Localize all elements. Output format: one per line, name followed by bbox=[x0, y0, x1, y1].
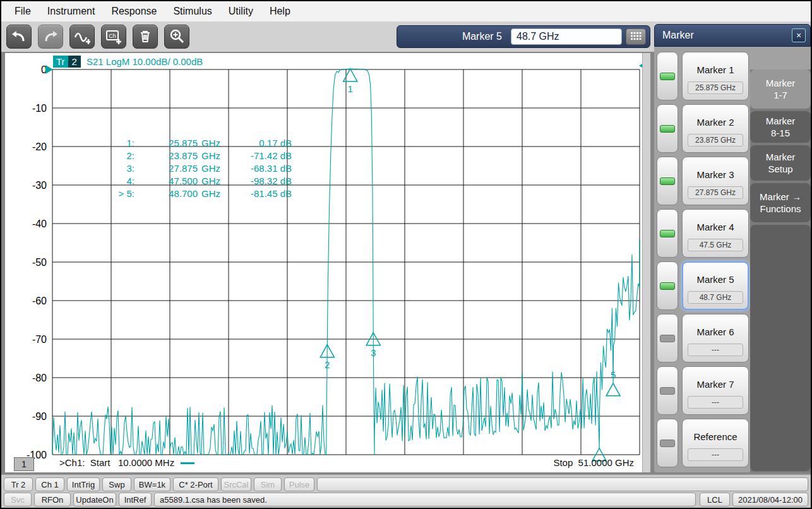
close-button[interactable]: × bbox=[792, 28, 806, 42]
menu-instrument[interactable]: Instrument bbox=[39, 1, 104, 21]
marker-readout-row: 3: 27.875 GHz -68.31 dB bbox=[90, 162, 292, 175]
marker-frequency: 25.875 bbox=[134, 137, 198, 150]
marker-5-led-button[interactable] bbox=[657, 261, 678, 310]
marker-button-label: Marker 2 bbox=[683, 117, 748, 128]
y-tick-label: -70 bbox=[32, 334, 47, 345]
plot-scrollbar[interactable] bbox=[642, 53, 650, 472]
marker-number: 3: bbox=[90, 162, 134, 175]
stimulus-stop-label[interactable]: Stop 51.0000 GHz bbox=[553, 457, 634, 468]
status-trace-button[interactable]: Tr 2 bbox=[4, 477, 33, 491]
y-tick-label: -60 bbox=[32, 296, 47, 306]
marker-symbol-1[interactable]: 1 bbox=[343, 69, 357, 94]
stimulus-start-label[interactable]: >Ch1: Start 10.0000 MHz bbox=[59, 457, 194, 468]
marker-2-button[interactable]: Marker 2 23.875 GHz bbox=[682, 104, 749, 153]
marker-symbol-5[interactable]: 5 bbox=[606, 369, 620, 396]
chart-canvas: 0-10-20-30-40-50-60-70-80-90-1001235 bbox=[5, 53, 650, 472]
marker-frequency-unit: GHz bbox=[198, 162, 236, 175]
y-tick-label: -90 bbox=[32, 411, 47, 422]
marker-row-2: Marker 2 23.875 GHz bbox=[657, 104, 749, 153]
marker-1-led-button[interactable] bbox=[657, 52, 678, 100]
led-on-icon bbox=[660, 230, 675, 237]
marker-entry-bar: Marker 5 bbox=[397, 25, 650, 48]
y-tick-label: -50 bbox=[32, 257, 47, 268]
status-channel-button[interactable]: Ch 1 bbox=[35, 477, 64, 491]
tab-marker-8-15[interactable]: Marker 8-15 bbox=[750, 111, 811, 143]
status-sweep-button[interactable]: Swp bbox=[102, 477, 131, 491]
zoom-button[interactable] bbox=[164, 25, 189, 49]
keypad-button[interactable] bbox=[626, 28, 646, 45]
marker-frequency: 23.875 bbox=[134, 150, 198, 162]
menu-file[interactable]: File bbox=[6, 1, 39, 21]
tab-marker-1-7[interactable]: Marker 1-7 bbox=[750, 69, 811, 109]
menu-help[interactable]: Help bbox=[261, 1, 299, 21]
marker-5-button[interactable]: Marker 5 48.7 GHz bbox=[682, 261, 749, 310]
marker-button-value: --- bbox=[688, 448, 743, 461]
reference-level-arrow-left[interactable] bbox=[45, 65, 53, 74]
status-message: a5589.1.csa has been saved. bbox=[154, 493, 696, 506]
marker-3-button[interactable]: Marker 3 27.875 GHz bbox=[682, 157, 749, 205]
marker-symbol-label: 5 bbox=[611, 369, 616, 380]
clock-display: 2021/08/04-12:00 bbox=[732, 493, 808, 506]
marker-7-button[interactable]: Marker 7 --- bbox=[682, 366, 749, 415]
y-tick-label: -40 bbox=[32, 219, 47, 229]
marker-frequency-unit: GHz bbox=[198, 150, 236, 162]
marker-entry-label: Marker 5 bbox=[397, 31, 511, 42]
delete-button[interactable] bbox=[133, 25, 158, 49]
status-cal-button[interactable]: C* 2-Port bbox=[173, 477, 218, 491]
led-off-icon bbox=[660, 440, 675, 447]
marker-symbol-label: 1 bbox=[348, 83, 353, 94]
reference-led-button[interactable] bbox=[657, 419, 678, 467]
marker-level: 0.17 dB bbox=[236, 137, 292, 150]
trace-badge-number: 2 bbox=[68, 56, 81, 68]
status-update-button[interactable]: UpdateOn bbox=[73, 493, 116, 506]
led-off-icon bbox=[660, 387, 675, 395]
status-trigger-button[interactable]: IntTrig bbox=[67, 477, 100, 491]
y-tick-label: -80 bbox=[32, 373, 47, 383]
trace-title: S21 LogM 10.00dB/ 0.00dB bbox=[87, 56, 203, 67]
reference-button[interactable]: Reference --- bbox=[682, 419, 749, 467]
marker-6-led-button[interactable] bbox=[657, 314, 678, 362]
menu-stimulus[interactable]: Stimulus bbox=[165, 1, 220, 21]
marker-row-4: Marker 4 47.5 GHz bbox=[657, 209, 749, 258]
marker-1-button[interactable]: Marker 1 25.875 GHz bbox=[682, 52, 749, 100]
menu-utility[interactable]: Utility bbox=[220, 1, 261, 21]
status-ref-button[interactable]: IntRef bbox=[119, 493, 152, 506]
marker-7-led-button[interactable] bbox=[657, 366, 678, 415]
status-bar: Tr 2 Ch 1 IntTrig Swp BW=1k C* 2-Port Sr… bbox=[1, 474, 811, 508]
marker-4-button[interactable]: Marker 4 47.5 GHz bbox=[682, 209, 749, 258]
grid bbox=[52, 69, 640, 455]
marker-3-led-button[interactable] bbox=[657, 157, 678, 205]
status-sim-button: Sim bbox=[254, 477, 282, 491]
add-channel-icon: Ch bbox=[105, 28, 122, 45]
marker-2-led-button[interactable] bbox=[657, 104, 678, 153]
trace-header[interactable]: Tr 2 S21 LogM 10.00dB/ 0.00dB bbox=[53, 56, 203, 68]
status-bandwidth-button[interactable]: BW=1k bbox=[134, 477, 170, 491]
marker-4-led-button[interactable] bbox=[657, 209, 678, 258]
menu-response[interactable]: Response bbox=[103, 1, 165, 21]
marker-number: 2: bbox=[90, 150, 134, 162]
tab-marker-functions[interactable]: Marker → Functions bbox=[750, 183, 811, 222]
tab-label: Marker bbox=[766, 115, 796, 127]
delete-icon bbox=[138, 29, 153, 44]
tab-marker-setup[interactable]: Marker Setup bbox=[750, 145, 811, 181]
redo-icon bbox=[42, 29, 59, 44]
add-trace-button[interactable] bbox=[69, 25, 95, 49]
add-trace-icon bbox=[74, 28, 90, 45]
add-channel-button[interactable]: Ch bbox=[101, 25, 126, 49]
keypad-icon bbox=[630, 32, 642, 42]
svg-text:Ch: Ch bbox=[109, 33, 116, 39]
marker-symbol-label: 2 bbox=[325, 359, 330, 370]
lcl-button[interactable]: LCL bbox=[700, 493, 730, 506]
marker-panel: Marker × Marker 1 25.875 GHz Marker 2 23… bbox=[654, 24, 811, 472]
marker-panel-tabs: Marker 1-7 Marker 8-15 Marker Setup Mark… bbox=[750, 69, 811, 472]
marker-panel-body: Marker 1 25.875 GHz Marker 2 23.875 GHz … bbox=[654, 47, 811, 472]
channel-number-box: 1 bbox=[14, 457, 34, 471]
marker-6-button[interactable]: Marker 6 --- bbox=[682, 314, 749, 362]
marker-readout-row: 4: 47.500 GHz -98.32 dB bbox=[90, 175, 292, 188]
marker-value-input[interactable] bbox=[511, 28, 622, 45]
tab-label: Marker bbox=[766, 77, 796, 89]
tab-label: Setup bbox=[768, 163, 792, 175]
tab-label: 8-15 bbox=[771, 127, 790, 139]
undo-button[interactable] bbox=[6, 25, 32, 49]
status-rf-button[interactable]: RFOn bbox=[34, 493, 71, 506]
